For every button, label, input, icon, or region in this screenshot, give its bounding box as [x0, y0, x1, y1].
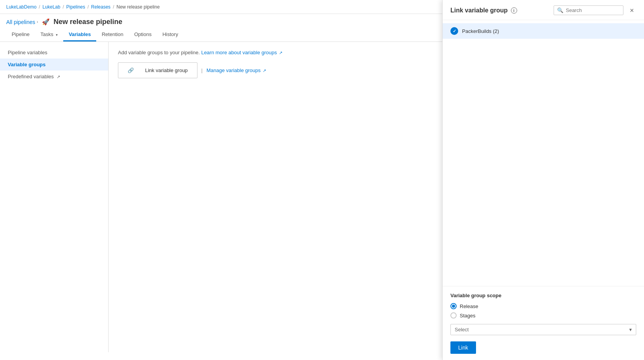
- panel-title-text: Link variable group: [450, 7, 508, 14]
- panel-title-area: Link variable group i: [450, 7, 517, 14]
- link-variable-group-button[interactable]: 🔗 Link variable group: [118, 62, 197, 78]
- select-chevron-icon: ▾: [629, 327, 632, 332]
- all-pipelines-label: All pipelines: [6, 19, 35, 25]
- info-icon: i: [511, 7, 517, 14]
- manage-external-icon: ↗: [263, 68, 266, 73]
- sidebar-item-variable-groups[interactable]: Variable groups: [0, 59, 108, 71]
- breadcrumb-sep-4: /: [113, 4, 114, 10]
- all-pipelines-link[interactable]: All pipelines ›: [6, 19, 38, 25]
- close-button[interactable]: ×: [627, 6, 636, 15]
- group-item-packerbuilds[interactable]: PackerBuilds (2): [443, 23, 644, 39]
- select-placeholder: Select: [455, 327, 469, 332]
- scope-section-title: Variable group scope: [450, 293, 636, 298]
- tasks-chevron-icon: ▾: [56, 33, 58, 37]
- tab-pipeline[interactable]: Pipeline: [6, 28, 35, 41]
- breadcrumb-sep-1: /: [39, 4, 40, 10]
- radio-stages[interactable]: Stages: [450, 312, 636, 319]
- radio-release[interactable]: Release: [450, 303, 636, 309]
- tab-options[interactable]: Options: [129, 28, 157, 41]
- search-icon: 🔍: [557, 7, 563, 13]
- stages-select[interactable]: Select ▾: [450, 324, 636, 335]
- breadcrumb-sep-2: /: [62, 4, 64, 10]
- breadcrumb-pipelines[interactable]: Pipelines: [66, 4, 85, 10]
- sidebar: Pipeline variables Variable groups Prede…: [0, 42, 109, 352]
- external-icon: ↗: [279, 50, 282, 55]
- learn-more-link[interactable]: Learn more about variable groups ↗: [201, 50, 283, 55]
- tab-tasks[interactable]: Tasks ▾: [35, 28, 63, 41]
- radio-group-scope: Release Stages: [450, 303, 636, 319]
- link-icon: 🔗: [123, 65, 138, 76]
- link-button[interactable]: Link: [450, 341, 476, 352]
- page-title: New release pipeline: [54, 18, 122, 26]
- group-name: PackerBuilds (2): [462, 28, 499, 34]
- separator: |: [201, 67, 203, 73]
- panel-footer: Variable group scope Release Stages Sele…: [443, 286, 644, 352]
- sidebar-item-predefined-variables[interactable]: Predefined variables ↗: [0, 71, 108, 83]
- search-input[interactable]: [566, 7, 620, 13]
- pipeline-icon: 🚀: [42, 18, 50, 26]
- tab-history[interactable]: History: [157, 28, 184, 41]
- chevron-right-icon: ›: [37, 20, 38, 24]
- breadcrumb-project[interactable]: LukeLab: [42, 4, 60, 10]
- radio-release-input[interactable]: [450, 303, 457, 309]
- radio-stages-input[interactable]: [450, 312, 457, 319]
- manage-variable-groups-link[interactable]: Manage variable groups ↗: [206, 67, 266, 73]
- radio-stages-label: Stages: [460, 313, 475, 319]
- breadcrumb-org[interactable]: LukeLabDemo: [6, 4, 36, 10]
- breadcrumb-sep-3: /: [88, 4, 89, 10]
- panel-overlay: Link variable group i 🔍 × PackerBuilds (…: [442, 0, 644, 352]
- radio-release-label: Release: [460, 303, 478, 309]
- tab-retention[interactable]: Retention: [96, 28, 129, 41]
- external-link-icon: ↗: [57, 74, 60, 79]
- panel-search-box[interactable]: 🔍: [554, 5, 623, 15]
- sidebar-item-pipeline-variables[interactable]: Pipeline variables: [0, 47, 108, 59]
- variable-group-list: PackerBuilds (2): [443, 20, 644, 286]
- breadcrumb-releases[interactable]: Releases: [91, 4, 111, 10]
- panel-header: Link variable group i 🔍 ×: [443, 0, 644, 20]
- selected-check-icon: [450, 27, 458, 35]
- breadcrumb-current: New release pipeline: [116, 4, 159, 10]
- tab-variables[interactable]: Variables: [63, 28, 96, 41]
